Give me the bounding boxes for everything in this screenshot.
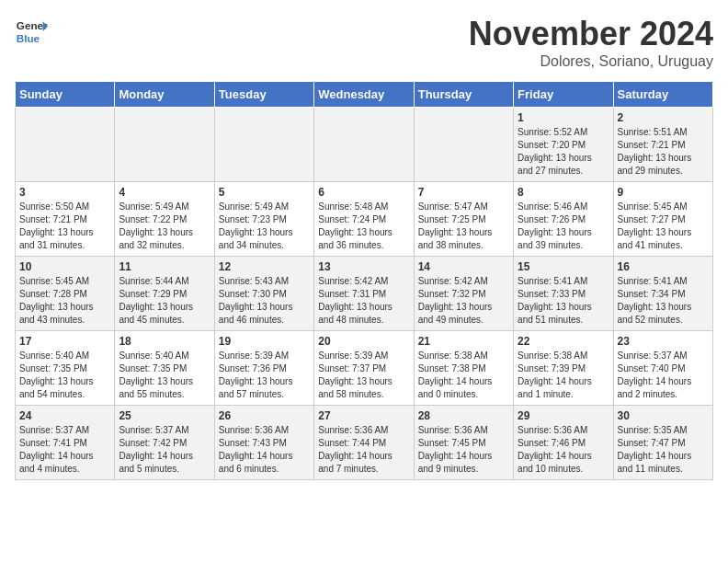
day-number: 10 [19,260,110,273]
day-number: 20 [318,335,409,348]
week-row-5: 24Sunrise: 5:37 AM Sunset: 7:41 PM Dayli… [16,406,713,480]
logo-icon: General Blue [15,15,48,48]
day-number: 4 [119,186,210,199]
day-cell: 12Sunrise: 5:43 AM Sunset: 7:30 PM Dayli… [214,257,313,331]
day-number: 27 [318,409,409,422]
day-info: Sunrise: 5:37 AM Sunset: 7:40 PM Dayligh… [618,350,709,401]
day-cell: 20Sunrise: 5:39 AM Sunset: 7:37 PM Dayli… [314,331,414,406]
day-cell: 2Sunrise: 5:51 AM Sunset: 7:21 PM Daylig… [613,108,712,182]
day-cell: 3Sunrise: 5:50 AM Sunset: 7:21 PM Daylig… [16,182,115,257]
day-info: Sunrise: 5:40 AM Sunset: 7:35 PM Dayligh… [119,350,210,401]
day-header-monday: Monday [115,82,214,108]
day-number: 30 [618,409,709,422]
day-number: 21 [418,335,509,348]
week-row-3: 10Sunrise: 5:45 AM Sunset: 7:28 PM Dayli… [16,257,713,331]
day-number: 29 [518,409,609,422]
day-number: 23 [618,335,709,348]
day-info: Sunrise: 5:48 AM Sunset: 7:24 PM Dayligh… [318,201,409,252]
day-info: Sunrise: 5:42 AM Sunset: 7:31 PM Dayligh… [318,275,409,327]
day-cell [16,108,115,182]
week-row-4: 17Sunrise: 5:40 AM Sunset: 7:35 PM Dayli… [16,331,713,406]
logo: General Blue [15,15,48,48]
day-number: 19 [219,335,310,348]
day-header-thursday: Thursday [414,82,513,108]
day-cell: 8Sunrise: 5:46 AM Sunset: 7:26 PM Daylig… [514,182,613,257]
day-info: Sunrise: 5:35 AM Sunset: 7:47 PM Dayligh… [618,424,709,476]
day-info: Sunrise: 5:40 AM Sunset: 7:35 PM Dayligh… [19,350,110,401]
location-title: Dolores, Soriano, Uruguay [469,53,713,70]
day-info: Sunrise: 5:49 AM Sunset: 7:22 PM Dayligh… [119,201,210,252]
day-cell: 30Sunrise: 5:35 AM Sunset: 7:47 PM Dayli… [613,406,712,480]
day-info: Sunrise: 5:45 AM Sunset: 7:28 PM Dayligh… [19,275,110,327]
day-cell: 16Sunrise: 5:41 AM Sunset: 7:34 PM Dayli… [613,257,712,331]
day-number: 25 [119,409,210,422]
day-number: 14 [418,260,509,273]
day-number: 8 [518,186,609,199]
day-number: 12 [219,260,310,273]
day-info: Sunrise: 5:36 AM Sunset: 7:45 PM Dayligh… [418,424,509,476]
day-info: Sunrise: 5:41 AM Sunset: 7:34 PM Dayligh… [618,275,709,327]
day-cell: 5Sunrise: 5:49 AM Sunset: 7:23 PM Daylig… [214,182,313,257]
day-cell: 17Sunrise: 5:40 AM Sunset: 7:35 PM Dayli… [16,331,115,406]
day-cell: 28Sunrise: 5:36 AM Sunset: 7:45 PM Dayli… [414,406,513,480]
day-cell [314,108,414,182]
day-cell: 25Sunrise: 5:37 AM Sunset: 7:42 PM Dayli… [115,406,214,480]
day-info: Sunrise: 5:42 AM Sunset: 7:32 PM Dayligh… [418,275,509,327]
day-cell: 13Sunrise: 5:42 AM Sunset: 7:31 PM Dayli… [314,257,414,331]
day-cell: 26Sunrise: 5:36 AM Sunset: 7:43 PM Dayli… [214,406,313,480]
day-number: 17 [19,335,110,348]
day-number: 22 [518,335,609,348]
day-cell [214,108,313,182]
day-cell: 22Sunrise: 5:38 AM Sunset: 7:39 PM Dayli… [514,331,613,406]
day-info: Sunrise: 5:45 AM Sunset: 7:27 PM Dayligh… [618,201,709,252]
day-info: Sunrise: 5:36 AM Sunset: 7:44 PM Dayligh… [318,424,409,476]
day-cell: 15Sunrise: 5:41 AM Sunset: 7:33 PM Dayli… [514,257,613,331]
day-header-wednesday: Wednesday [314,82,414,108]
month-title: November 2024 [469,15,713,53]
day-number: 5 [219,186,310,199]
day-cell: 29Sunrise: 5:36 AM Sunset: 7:46 PM Dayli… [514,406,613,480]
day-info: Sunrise: 5:44 AM Sunset: 7:29 PM Dayligh… [119,275,210,327]
day-number: 16 [618,260,709,273]
day-cell: 23Sunrise: 5:37 AM Sunset: 7:40 PM Dayli… [613,331,712,406]
calendar-body: 1Sunrise: 5:52 AM Sunset: 7:20 PM Daylig… [16,108,713,480]
day-cell: 7Sunrise: 5:47 AM Sunset: 7:25 PM Daylig… [414,182,513,257]
day-info: Sunrise: 5:47 AM Sunset: 7:25 PM Dayligh… [418,201,509,252]
day-cell: 9Sunrise: 5:45 AM Sunset: 7:27 PM Daylig… [613,182,712,257]
day-info: Sunrise: 5:41 AM Sunset: 7:33 PM Dayligh… [518,275,609,327]
day-cell: 1Sunrise: 5:52 AM Sunset: 7:20 PM Daylig… [514,108,613,182]
day-info: Sunrise: 5:49 AM Sunset: 7:23 PM Dayligh… [219,201,310,252]
day-number: 6 [318,186,409,199]
day-info: Sunrise: 5:46 AM Sunset: 7:26 PM Dayligh… [518,201,609,252]
svg-text:Blue: Blue [17,32,40,44]
day-info: Sunrise: 5:36 AM Sunset: 7:43 PM Dayligh… [219,424,310,476]
day-number: 2 [618,111,709,124]
day-number: 18 [119,335,210,348]
day-info: Sunrise: 5:43 AM Sunset: 7:30 PM Dayligh… [219,275,310,327]
day-cell: 24Sunrise: 5:37 AM Sunset: 7:41 PM Dayli… [16,406,115,480]
day-cell: 19Sunrise: 5:39 AM Sunset: 7:36 PM Dayli… [214,331,313,406]
day-cell: 27Sunrise: 5:36 AM Sunset: 7:44 PM Dayli… [314,406,414,480]
day-cell: 10Sunrise: 5:45 AM Sunset: 7:28 PM Dayli… [16,257,115,331]
calendar-header-row: SundayMondayTuesdayWednesdayThursdayFrid… [16,82,713,108]
day-header-tuesday: Tuesday [214,82,313,108]
day-number: 15 [518,260,609,273]
day-number: 11 [119,260,210,273]
day-number: 26 [219,409,310,422]
day-cell: 21Sunrise: 5:38 AM Sunset: 7:38 PM Dayli… [414,331,513,406]
day-cell [414,108,513,182]
day-cell: 14Sunrise: 5:42 AM Sunset: 7:32 PM Dayli… [414,257,513,331]
day-info: Sunrise: 5:38 AM Sunset: 7:38 PM Dayligh… [418,350,509,401]
day-info: Sunrise: 5:51 AM Sunset: 7:21 PM Dayligh… [618,126,709,178]
week-row-1: 1Sunrise: 5:52 AM Sunset: 7:20 PM Daylig… [16,108,713,182]
day-info: Sunrise: 5:36 AM Sunset: 7:46 PM Dayligh… [518,424,609,476]
day-info: Sunrise: 5:37 AM Sunset: 7:41 PM Dayligh… [19,424,110,476]
day-cell: 18Sunrise: 5:40 AM Sunset: 7:35 PM Dayli… [115,331,214,406]
day-number: 9 [618,186,709,199]
day-header-sunday: Sunday [16,82,115,108]
day-number: 3 [19,186,110,199]
day-header-friday: Friday [514,82,613,108]
day-cell [115,108,214,182]
day-info: Sunrise: 5:52 AM Sunset: 7:20 PM Dayligh… [518,126,609,178]
day-info: Sunrise: 5:39 AM Sunset: 7:36 PM Dayligh… [219,350,310,401]
